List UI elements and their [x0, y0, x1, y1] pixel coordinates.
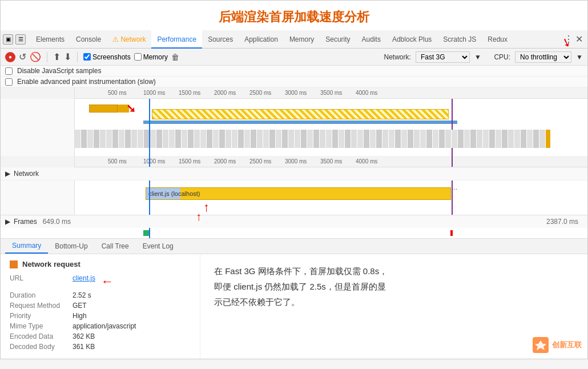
- watermark-logo: [533, 337, 549, 353]
- network-section-title: Network: [14, 170, 39, 178]
- method-value: GET: [73, 302, 87, 310]
- clear-button[interactable]: 🚫: [30, 51, 41, 62]
- toolbar-separator-1: [47, 52, 47, 62]
- orange-square-icon: [10, 260, 18, 268]
- download-button[interactable]: ⬇: [64, 51, 71, 62]
- enable-paint-checkbox[interactable]: [5, 78, 13, 86]
- settings-icon[interactable]: ☰: [15, 34, 26, 45]
- tab-bar: ▣ ☰ Elements Console ⚠ Network Performan…: [1, 30, 587, 49]
- method-label: Request Method: [10, 302, 73, 310]
- settings-row-js: Disable JavaScript samples: [1, 66, 587, 77]
- dropdown-arrow-network: ▼: [474, 53, 481, 61]
- frame-red-marker: [450, 230, 453, 236]
- dock-icon[interactable]: ▣: [3, 34, 13, 45]
- summary-left: Network request URL client.js ← Duration…: [1, 254, 200, 359]
- tab-summary[interactable]: Summary: [5, 239, 48, 254]
- tab-elements[interactable]: Elements: [30, 30, 70, 49]
- tick2-500ms: 500 ms: [108, 156, 127, 167]
- memory-checkbox[interactable]: [134, 53, 142, 61]
- tab-adblock[interactable]: Adblock Plus: [386, 30, 437, 49]
- tick2-1500ms: 1500 ms: [179, 156, 200, 167]
- tab-network[interactable]: ⚠ Network: [107, 30, 151, 49]
- disable-js-checkbox[interactable]: [5, 67, 13, 75]
- frames-time1: 649.0 ms: [43, 218, 71, 226]
- tab-application[interactable]: Application: [239, 30, 284, 49]
- tab-performance[interactable]: Performance: [151, 30, 202, 49]
- tick2-2000ms: 2000 ms: [214, 156, 236, 167]
- toolbar: ● ↺ 🚫 ⬆ ⬇ Screenshots Memory 🗑 ➘ Network…: [1, 49, 587, 66]
- annotation-text: 在 Fast 3G 网络条件下，首屏加载仅需 0.8s， 即便 client.j…: [214, 263, 574, 310]
- timeline-orange-bar-1: [89, 105, 118, 113]
- decoded-value: 361 KB: [73, 343, 95, 351]
- tab-sources[interactable]: Sources: [202, 30, 239, 49]
- record-button[interactable]: ●: [5, 52, 15, 62]
- network-body: client.js (localhost) ↑ ↑ ...: [1, 181, 587, 215]
- priority-value: High: [73, 312, 87, 320]
- frames-time2: 2387.0 ms: [546, 218, 578, 226]
- tab-memory[interactable]: Memory: [284, 30, 320, 49]
- tab-scratch[interactable]: Scratch JS: [437, 30, 482, 49]
- network-toggle-icon[interactable]: ▶: [5, 170, 10, 178]
- tick2-2500ms: 2500 ms: [249, 156, 271, 167]
- summary-row-duration: Duration 2.52 s: [10, 291, 191, 299]
- priority-label: Priority: [10, 312, 73, 320]
- tab-console[interactable]: Console: [70, 30, 107, 49]
- encoded-label: Encoded Data: [10, 332, 73, 340]
- timeline-loading-bar: [152, 109, 449, 119]
- summary-right: 在 Fast 3G 网络条件下，首屏加载仅需 0.8s， 即便 client.j…: [200, 254, 587, 359]
- tab-eventlog[interactable]: Event Log: [136, 239, 180, 253]
- blue-line-frames: [149, 228, 150, 238]
- tab-icons: ▣ ☰: [3, 34, 26, 45]
- tab-audits[interactable]: Audits: [356, 30, 386, 49]
- watermark-text: 创新互联: [552, 339, 582, 351]
- network-request-title: Network request: [10, 260, 191, 268]
- network-throttle-select[interactable]: Fast 3G No throttling Slow 3G Offline: [416, 51, 470, 63]
- toolbar-right: ➘ Network: Fast 3G No throttling Slow 3G…: [384, 51, 583, 63]
- summary-row-encoded: Encoded Data 362 KB: [10, 332, 191, 340]
- memory-check[interactable]: Memory: [134, 53, 168, 61]
- client-js-label: client.js (localhost): [148, 190, 200, 197]
- network-arrow-annotation: ↑: [203, 200, 210, 215]
- encoded-value: 362 KB: [73, 332, 95, 340]
- tab-calltree[interactable]: Call Tree: [95, 239, 136, 253]
- client-js-bar-container: client.js (localhost): [146, 187, 451, 200]
- upload-button[interactable]: ⬆: [53, 51, 61, 62]
- decoded-label: Decoded Body: [10, 343, 73, 351]
- warning-icon: ⚠: [112, 35, 120, 43]
- blue-line-ruler2: [149, 156, 150, 167]
- network-section: ▶ Network client.js (localhost) ↑ ↑ ...: [1, 167, 587, 215]
- screenshots-check[interactable]: Screenshots: [83, 53, 131, 61]
- frames-toggle-icon[interactable]: ▶: [5, 218, 10, 226]
- url-label: URL: [10, 274, 73, 282]
- summary-panel: Network request URL client.js ← Duration…: [1, 254, 587, 359]
- tick-2500ms: 2500 ms: [249, 87, 271, 98]
- tick-1000ms: 1000 ms: [143, 87, 165, 98]
- summary-row-method: Request Method GET: [10, 302, 191, 310]
- duration-value: 2.52 s: [73, 291, 91, 299]
- tick-4000ms: 4000 ms: [356, 87, 377, 98]
- tab-security[interactable]: Security: [320, 30, 356, 49]
- frames-body: [75, 228, 587, 238]
- close-devtools-icon[interactable]: ✕: [575, 34, 583, 45]
- bottom-tabs: Summary Bottom-Up Call Tree Event Log: [1, 239, 587, 254]
- tab-bottomup[interactable]: Bottom-Up: [48, 239, 94, 253]
- tick-1500ms: 1500 ms: [179, 87, 200, 98]
- trash-button[interactable]: 🗑: [171, 53, 179, 62]
- frame-thumbnails: [75, 127, 587, 150]
- timeline-ruler-bottom: 500 ms 1000 ms 1500 ms 2000 ms 2500 ms 3…: [1, 156, 587, 167]
- duration-label: Duration: [10, 291, 73, 299]
- timeline-ruler-top: 500 ms 1000 ms 1500 ms 2000 ms 2500 ms 3…: [1, 87, 587, 99]
- cpu-throttle-select[interactable]: No throttling 4x slowdown 6x slowdown: [515, 51, 571, 63]
- tick2-3500ms: 3500 ms: [320, 156, 342, 167]
- frames-header: ▶ Frames 649.0 ms 2387.0 ms: [1, 215, 587, 228]
- tick-3000ms: 3000 ms: [285, 87, 307, 98]
- cpu-label: CPU:: [494, 53, 510, 61]
- blue-line-network: [149, 181, 150, 215]
- enable-paint-label: Enable advanced paint instrumentation (s…: [17, 78, 156, 86]
- tab-redux[interactable]: Redux: [482, 30, 513, 49]
- arrow-annotation-timeline: ➘: [126, 102, 136, 115]
- reload-button[interactable]: ↺: [19, 51, 26, 62]
- devtools-container: 后端渲染首屏加载速度分析 ▣ ☰ Elements Console ⚠ Netw…: [0, 0, 588, 359]
- screenshots-checkbox[interactable]: [83, 53, 91, 61]
- url-value[interactable]: client.js: [73, 274, 95, 282]
